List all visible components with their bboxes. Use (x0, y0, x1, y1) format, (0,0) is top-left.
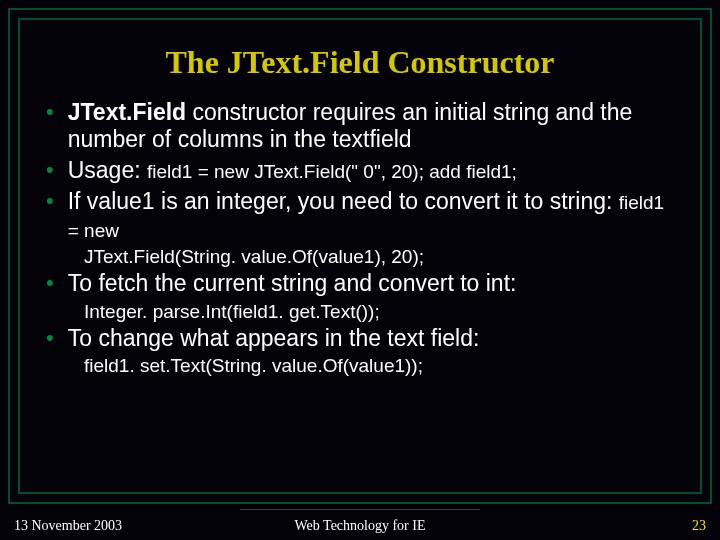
footer-rule (240, 509, 480, 510)
footer: 13 November 2003 Web Technology for IE 2… (14, 518, 706, 534)
footer-date: 13 November 2003 (14, 518, 122, 534)
slide: The JText.Field Constructor • JText.Fiel… (0, 0, 720, 540)
inner-border (18, 18, 702, 494)
page-number: 23 (692, 518, 706, 534)
